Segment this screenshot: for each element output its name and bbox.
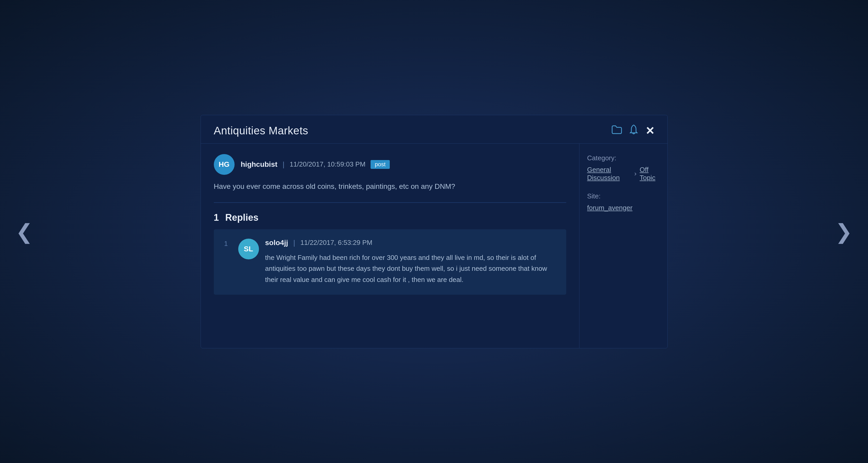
site-section: Site: forum_avenger	[587, 192, 660, 212]
next-arrow[interactable]: ❯	[835, 220, 852, 243]
close-button[interactable]: ✕	[645, 125, 654, 137]
site-label: Site:	[587, 192, 660, 200]
reply-item: 1 SL solo4jj | 11/22/2017, 6:53:29 PM th…	[214, 229, 566, 295]
post-date: 11/20/2017, 10:59:03 PM	[289, 160, 365, 168]
reply-date: 11/22/2017, 6:53:29 PM	[300, 239, 372, 247]
avatar-hg: HG	[214, 154, 235, 175]
modal-header: Antiquities Markets ✕	[201, 115, 668, 144]
post-meta: highcubist | 11/20/2017, 10:59:03 PM pos…	[241, 160, 390, 169]
site-value[interactable]: forum_avenger	[587, 204, 633, 212]
modal-title: Antiquities Markets	[214, 125, 308, 137]
category-parent-link[interactable]: General Discussion	[587, 166, 631, 182]
reply-author: solo4jj	[265, 239, 288, 247]
replies-title: Replies	[220, 212, 258, 223]
folder-icon[interactable]	[612, 125, 622, 136]
post-badge: post	[371, 160, 390, 169]
header-actions: ✕	[612, 125, 654, 137]
category-label: Category:	[587, 154, 660, 162]
category-breadcrumb: General Discussion › Off Topic	[587, 166, 660, 182]
bell-icon[interactable]	[629, 125, 638, 137]
avatar-sl: SL	[238, 239, 259, 259]
post-header: HG highcubist | 11/20/2017, 10:59:03 PM …	[214, 154, 566, 175]
chevron-left-icon: ❮	[16, 220, 33, 243]
post-content: Have you ever come across old coins, tri…	[214, 181, 566, 192]
prev-arrow[interactable]: ❮	[16, 220, 33, 243]
original-post: HG highcubist | 11/20/2017, 10:59:03 PM …	[214, 144, 566, 203]
modal-main: HG highcubist | 11/20/2017, 10:59:03 PM …	[201, 144, 579, 348]
category-child-link[interactable]: Off Topic	[640, 166, 660, 182]
reply-body: solo4jj | 11/22/2017, 6:53:29 PM the Wri…	[265, 239, 556, 286]
reply-count: 1	[214, 212, 219, 223]
breadcrumb-chevron: ›	[634, 170, 637, 178]
modal-body: HG highcubist | 11/20/2017, 10:59:03 PM …	[201, 144, 668, 348]
reply-number: 1	[224, 239, 232, 286]
reply-meta: solo4jj | 11/22/2017, 6:53:29 PM	[265, 239, 556, 247]
post-author: highcubist	[241, 160, 278, 169]
chevron-right-icon: ❯	[835, 220, 852, 243]
post-modal: Antiquities Markets ✕	[200, 115, 668, 349]
post-divider: |	[283, 160, 284, 169]
reply-content: the Wright Family had been rich for over…	[265, 252, 556, 286]
replies-header: 1 Replies	[214, 203, 566, 229]
modal-sidebar: Category: General Discussion › Off Topic…	[579, 144, 668, 348]
reply-divider: |	[293, 239, 295, 247]
